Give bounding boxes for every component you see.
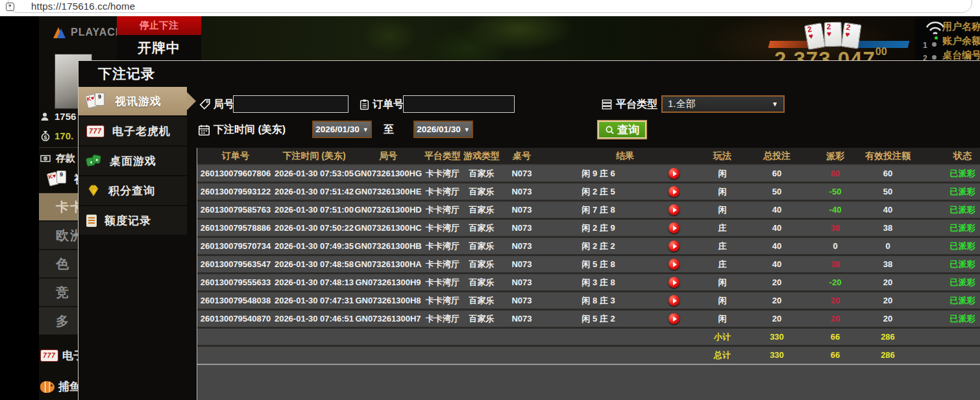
sum-total_bet: 330 (739, 347, 815, 364)
tag-icon (199, 95, 211, 113)
sum-game (463, 347, 500, 364)
result-text: 闲 7 庄 8 (544, 202, 653, 218)
result-text: 闲 2 庄 5 (544, 183, 653, 200)
omnibox-outline (8, 0, 972, 13)
sum-platform (422, 347, 463, 364)
table-row: 2601300795707342026-01-30 07:49:35GN0732… (197, 238, 980, 256)
cell-time: 2026-01-30 07:51:42 (274, 183, 354, 200)
cell-time: 2026-01-30 07:51:00 (274, 202, 354, 218)
account-balance-label: 账户余额 (942, 35, 980, 47)
play-video-icon[interactable] (668, 313, 680, 324)
cell-round: GN073261300HA (354, 256, 422, 272)
sum-round (354, 347, 422, 364)
order-number-input[interactable] (403, 95, 515, 113)
moneybag-icon: $ (40, 130, 51, 141)
cell-play: 闲 (706, 274, 739, 290)
deposit-label[interactable]: 存款 (56, 152, 75, 165)
table-number-label: 桌台编号 (942, 49, 980, 60)
cell-payout: -20 (815, 274, 855, 290)
cell-payout: -50 (815, 183, 855, 200)
svg-text:$: $ (43, 134, 47, 141)
play-video-icon[interactable] (668, 241, 680, 252)
sum-result (544, 347, 706, 364)
seat-number-2: 2 (923, 54, 927, 60)
date-from-select[interactable]: 2026/01/30▼ (312, 121, 372, 138)
cell-play: 闲 (706, 165, 739, 182)
cell-order: 260130079593122 (197, 183, 274, 200)
sum-game (463, 329, 500, 345)
amount-decimals: 00 (876, 46, 887, 57)
table-row: 2601300795408702026-01-30 07:46:51GN0732… (197, 311, 980, 329)
cell-round: GN073261300HE (354, 183, 422, 200)
cell-total_bet: 40 (739, 238, 815, 254)
fish-icon (40, 381, 55, 393)
cell-table_no: N073 (500, 183, 544, 200)
cell-game: 百家乐 (463, 256, 500, 272)
cell-total_bet: 60 (739, 165, 815, 182)
chevron-down-icon: ▼ (363, 126, 369, 133)
sum-order (197, 329, 274, 345)
sum-platform (422, 329, 463, 345)
search-button[interactable]: 查询 (597, 120, 647, 139)
cell-status: 已派彩 (920, 311, 980, 327)
connection-dot (935, 36, 938, 40)
cell-play: 闲 (706, 311, 739, 327)
sum-table_no (500, 347, 544, 364)
sidebar-item-points[interactable]: 积分查询 (79, 176, 187, 205)
chevron-down-icon: ▼ (464, 126, 470, 133)
cell-result: 闲 3 庄 8 (544, 274, 706, 290)
cell-order: 260130079563547 (197, 256, 274, 272)
cell-platform: 卡卡湾厅 (422, 183, 463, 200)
play-video-icon[interactable] (668, 186, 680, 197)
cell-platform: 卡卡湾厅 (422, 311, 463, 327)
username-label: 用户名称 (942, 21, 980, 33)
cell-valid_bet: 38 (855, 220, 920, 236)
url-text[interactable]: https://175616.cc/home (31, 1, 135, 12)
sum-play: 小计 (706, 329, 739, 345)
playing-card-3: 2♥ (840, 22, 861, 49)
fishing-label[interactable]: 捕鱼 (58, 379, 80, 394)
sidebar-item-slots[interactable]: 777 电子老虎机 (79, 117, 187, 145)
cell-total_bet: 40 (739, 220, 815, 236)
date-to-select[interactable]: 2026/01/30▼ (413, 121, 473, 138)
play-video-icon[interactable] (668, 295, 680, 306)
cell-payout: -40 (815, 202, 855, 218)
deposit-row[interactable]: $ 存款 (40, 152, 75, 165)
chevron-down-icon: ▼ (772, 100, 778, 108)
subtotal-row: 小计33066286 (197, 329, 980, 347)
user-icon (40, 112, 51, 122)
round-number-label: 局号 (214, 95, 234, 113)
column-header-table_no: 桌号 (500, 148, 544, 164)
cell-result: 闲 7 庄 8 (544, 202, 706, 218)
cell-order: 260130079555633 (197, 274, 274, 290)
play-video-icon[interactable] (668, 259, 680, 270)
column-header-time: 下注时间 (美东) (274, 148, 354, 164)
play-video-icon[interactable] (668, 277, 680, 288)
seat-dot-2 (932, 55, 937, 60)
cell-total_bet: 20 (739, 292, 815, 309)
column-header-platform: 平台类型 (422, 148, 463, 164)
slots-777-icon: 777 (40, 349, 58, 362)
play-video-icon[interactable] (668, 168, 680, 179)
play-triangle (673, 207, 677, 213)
sum-table_no (500, 329, 544, 345)
table-row: 2601300795931222026-01-30 07:51:42GN0732… (197, 183, 980, 202)
sum-status (920, 329, 980, 345)
play-video-icon[interactable] (668, 222, 680, 233)
sidebar-item-credit-records[interactable]: 额度记录 (79, 206, 187, 235)
browser-address-bar[interactable]: https://175616.cc/home (0, 0, 980, 16)
play-video-icon[interactable] (668, 204, 680, 215)
cell-payout: 20 (815, 292, 855, 309)
cell-time: 2026-01-30 07:48:13 (274, 274, 354, 290)
sidebar-item-video-games[interactable]: K♥9 视讯游戏 (79, 87, 187, 115)
cell-table_no: N073 (500, 220, 544, 236)
cell-round: GN073261300HC (354, 220, 422, 236)
round-number-input[interactable] (233, 95, 349, 113)
cell-status: 已派彩 (920, 238, 980, 254)
sum-play: 总计 (706, 347, 739, 364)
cards-icon: K♥9 (86, 93, 107, 110)
play-triangle (673, 262, 677, 267)
sidebar-item-table-games[interactable]: 桌面游戏 (79, 147, 187, 175)
fishing-row[interactable]: 捕鱼 (40, 379, 80, 394)
platform-type-select[interactable]: 1.全部 ▼ (661, 95, 785, 113)
